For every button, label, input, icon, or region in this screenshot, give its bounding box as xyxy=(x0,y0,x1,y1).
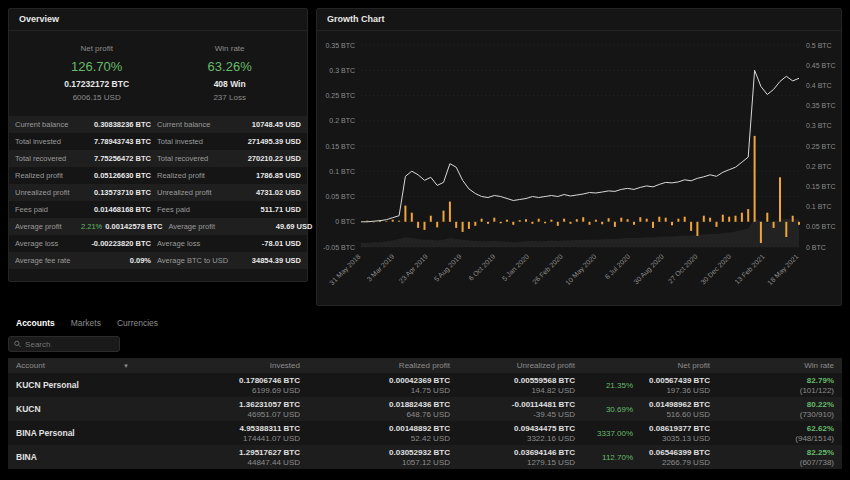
overview-row-label-usd: Total recovered xyxy=(151,154,231,163)
overview-row-label-usd: Fees paid xyxy=(151,205,231,214)
svg-text:0.1 BTC: 0.1 BTC xyxy=(329,168,355,175)
table-row[interactable]: BINA1.29517627 BTC44847.44 USD0.03052932… xyxy=(8,445,842,469)
overview-row: Current balance0.30838236 BTCCurrent bal… xyxy=(9,116,307,133)
net-profit-cell: 21.35%0.00567439 BTC197.36 USD xyxy=(575,375,710,396)
overview-row-value-btc: 7.75256472 BTC xyxy=(81,154,151,163)
svg-text:30 Dec 2020: 30 Dec 2020 xyxy=(699,253,732,286)
tab-accounts[interactable]: Accounts xyxy=(16,318,55,328)
win-count: 408 Win xyxy=(208,79,252,89)
overview-row-value-btc: 0.01468168 BTC xyxy=(81,205,151,214)
accounts-table: Account ▼ Invested Realized profit Unrea… xyxy=(8,358,842,469)
overview-panel: Overview Net profit 126.70% 0.17232172 B… xyxy=(8,8,308,282)
svg-text:13 Feb 2021: 13 Feb 2021 xyxy=(733,253,766,286)
overview-row-label-usd: Total invested xyxy=(151,137,231,146)
svg-text:-0.05 BTC: -0.05 BTC xyxy=(323,244,355,251)
dashboard: Overview Net profit 126.70% 0.17232172 B… xyxy=(0,0,850,480)
overview-row-value-btc: 0.05126630 BTC xyxy=(81,171,151,180)
overview-row-label: Current balance xyxy=(15,120,81,129)
overview-panel-title: Overview xyxy=(9,9,307,31)
svg-text:30 Aug 2020: 30 Aug 2020 xyxy=(632,253,666,287)
column-header-realized-profit[interactable]: Realized profit xyxy=(300,361,450,370)
overview-row: Total recovered7.75256472 BTCTotal recov… xyxy=(9,150,307,167)
overview-row-value-btc: 0.30838236 BTC xyxy=(81,120,151,129)
svg-text:31 May 2018: 31 May 2018 xyxy=(328,253,362,287)
unrealized-profit-cell: 0.00559568 BTC194.82 USD xyxy=(450,375,575,396)
overview-row-label: Average loss xyxy=(15,239,81,248)
overview-row-value-usd: 270210.22 USD xyxy=(231,154,301,163)
svg-text:26 Feb 2020: 26 Feb 2020 xyxy=(531,253,564,286)
chevron-down-icon: ▼ xyxy=(123,363,129,369)
table-row[interactable]: BINA Personal4.95388311 BTC174441.07 USD… xyxy=(8,421,842,445)
overview-row-value-btc: 0.09% xyxy=(81,256,151,265)
net-profit-label: Net profit xyxy=(64,44,129,53)
overview-row-label: Unrealized profit xyxy=(15,188,81,197)
win-rate-label: Win rate xyxy=(208,44,252,53)
net-profit-percent: 126.70% xyxy=(64,59,129,74)
table-row[interactable]: KUCN Personal0.17806746 BTC6199.69 USD0.… xyxy=(8,373,842,397)
search-input[interactable] xyxy=(25,340,114,349)
overview-row: Realized profit0.05126630 BTCRealized pr… xyxy=(9,167,307,184)
overview-row: Average profit2.21%0.00142578 BTCAverage… xyxy=(9,218,307,235)
net-profit-percent: 21.35% xyxy=(606,381,633,390)
win-rate-percent: 63.26% xyxy=(208,59,252,74)
invested-cell: 1.36231057 BTC46951.07 USD xyxy=(220,399,300,420)
overview-row: Total invested7.78943743 BTCTotal invest… xyxy=(9,133,307,150)
overview-row-label-usd: Average loss xyxy=(151,239,231,248)
realized-profit-cell: 0.01882436 BTC648.76 USD xyxy=(300,399,450,420)
overview-row-value-btc: 0.13573710 BTC xyxy=(81,188,151,197)
net-profit-btc: 0.17232172 BTC xyxy=(64,79,129,89)
win-rate-cell: 82.79%(101/122) xyxy=(710,375,842,396)
overview-row-label: Average fee rate xyxy=(15,256,81,265)
column-header-account-label: Account xyxy=(16,361,45,370)
column-header-unrealized-profit[interactable]: Unrealized profit xyxy=(450,361,575,370)
column-header-account[interactable]: Account ▼ xyxy=(8,361,220,370)
overview-rows: Current balance0.30838236 BTCCurrent bal… xyxy=(9,116,307,269)
realized-profit-cell: 0.03052932 BTC1057.12 USD xyxy=(300,447,450,468)
column-header-invested[interactable]: Invested xyxy=(220,361,300,370)
svg-text:0.25 BTC: 0.25 BTC xyxy=(806,143,836,150)
tab-markets[interactable]: Markets xyxy=(71,318,101,328)
net-profit-cell: 30.69%0.01498962 BTC516.60 USD xyxy=(575,399,710,420)
svg-text:0.25 BTC: 0.25 BTC xyxy=(325,92,355,99)
net-profit-usd: 6006.15 USD xyxy=(64,93,129,102)
win-rate-stat: Win rate 63.26% 408 Win 237 Loss xyxy=(208,44,252,102)
svg-text:0.5 BTC: 0.5 BTC xyxy=(806,42,832,49)
net-profit-stat: Net profit 126.70% 0.17232172 BTC 6006.1… xyxy=(64,44,129,102)
win-rate-cell: 80.22%(730/910) xyxy=(710,399,842,420)
overview-row-label: Total recovered xyxy=(15,154,81,163)
svg-text:10 May 2020: 10 May 2020 xyxy=(564,253,598,287)
svg-text:0.35 BTC: 0.35 BTC xyxy=(325,42,355,49)
overview-row-label-usd: Realized profit xyxy=(151,171,231,180)
column-header-win-rate[interactable]: Win rate xyxy=(710,361,842,370)
net-profit-cell: 3337.00%0.08619377 BTC3035.13 USD xyxy=(575,423,710,444)
realized-profit-cell: 0.00148892 BTC52.42 USD xyxy=(300,423,450,444)
svg-text:0.2 BTC: 0.2 BTC xyxy=(329,117,355,124)
realized-profit-cell: 0.00042369 BTC14.75 USD xyxy=(300,375,450,396)
overview-row-value-btc: 7.78943743 BTC xyxy=(81,137,151,146)
svg-text:0.45 BTC: 0.45 BTC xyxy=(806,62,836,69)
overview-row-value-usd: 10748.45 USD xyxy=(231,120,301,129)
account-name: BINA xyxy=(8,452,220,462)
growth-chart-panel: Growth Chart 0.35 BTC0.3 BTC0.25 BTC0.2 … xyxy=(316,8,842,306)
svg-text:3 Mar 2019: 3 Mar 2019 xyxy=(365,253,395,283)
overview-row: Unrealized profit0.13573710 BTCUnrealize… xyxy=(9,184,307,201)
svg-text:0.35 BTC: 0.35 BTC xyxy=(806,102,836,109)
search-icon xyxy=(14,340,21,348)
table-row[interactable]: KUCN1.36231057 BTC46951.07 USD0.01882436… xyxy=(8,397,842,421)
svg-text:0.1 BTC: 0.1 BTC xyxy=(806,203,832,210)
overview-row-label-usd: Average profit xyxy=(162,222,242,231)
unrealized-profit-cell: -0.00114481 BTC-39.45 USD xyxy=(450,399,575,420)
invested-cell: 1.29517627 BTC44847.44 USD xyxy=(220,447,300,468)
account-name: BINA Personal xyxy=(8,428,220,438)
table-body: KUCN Personal0.17806746 BTC6199.69 USD0.… xyxy=(8,373,842,469)
svg-text:0 BTC: 0 BTC xyxy=(335,218,355,225)
overview-row-value-usd: 4731.02 USD xyxy=(231,188,301,197)
tab-bar: AccountsMarketsCurrencies xyxy=(16,318,158,328)
overview-row-value-usd: 49.69 USD xyxy=(242,222,312,231)
tab-currencies[interactable]: Currencies xyxy=(117,318,158,328)
invested-cell: 4.95388311 BTC174441.07 USD xyxy=(220,423,300,444)
win-rate-cell: 82.25%(607/738) xyxy=(710,447,842,468)
svg-text:0.05 BTC: 0.05 BTC xyxy=(325,193,355,200)
column-header-net-profit[interactable]: Net profit xyxy=(575,361,710,370)
svg-text:0 BTC: 0 BTC xyxy=(806,244,826,251)
